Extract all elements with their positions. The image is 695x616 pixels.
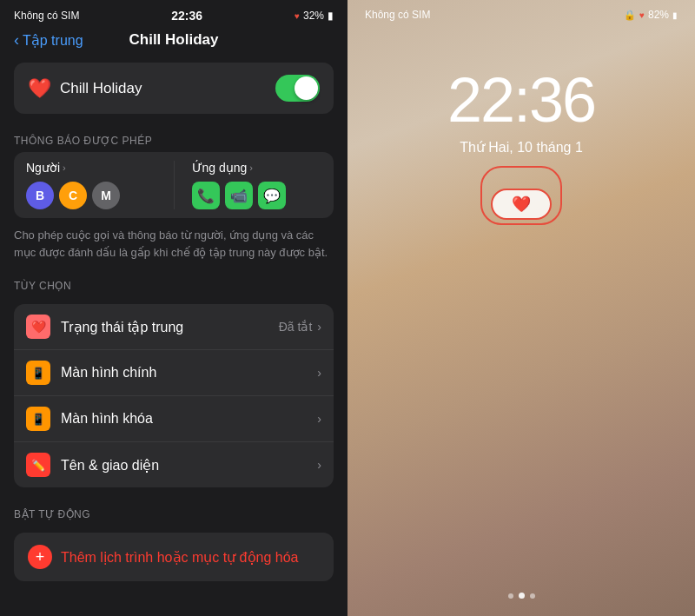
battery-percent-left: 32%: [303, 10, 324, 22]
toggle-knob: [295, 76, 318, 100]
lock-screen-chevron-icon: ›: [317, 412, 321, 426]
avatar-m: M: [92, 182, 120, 209]
option-name-theme[interactable]: ✏️ Tên & giao diện ›: [14, 442, 334, 487]
lock-screen-date: Thứ Hai, 10 tháng 1: [460, 139, 583, 156]
option-focus-status[interactable]: ❤️ Trạng thái tập trung Đã tắt ›: [14, 304, 334, 350]
heart-status-icon: ♥: [295, 11, 300, 21]
auto-section-header: BẬT TỰ ĐỘNG: [0, 494, 348, 526]
apps-chevron-icon: ›: [249, 162, 253, 173]
add-circle-icon: +: [28, 545, 52, 569]
notifications-section-header: THÔNG BÁO ĐƯỢC PHÉP: [0, 121, 348, 152]
focus-status-label: Trạng thái tập trung: [61, 319, 279, 335]
apps-col: Ứng dụng › 📞 📹 💬: [192, 161, 322, 209]
home-screen-label: Màn hình chính: [61, 365, 317, 381]
lock-focus-toggle[interactable]: ❤️: [491, 189, 552, 220]
name-theme-chevron-icon: ›: [317, 458, 321, 472]
content-area: ❤️ Chill Holiday THÔNG BÁO ĐƯỢC PHÉP Ngư…: [0, 56, 348, 616]
back-label: Tập trung: [23, 32, 83, 49]
lock-focus-highlight-wrapper: ❤️: [491, 171, 552, 220]
home-screen-icon: 📱: [26, 361, 50, 385]
battery-icon-left: ▮: [328, 10, 334, 22]
people-chevron-icon: ›: [63, 162, 66, 173]
notification-row: Người › B C M Ứng dụng › 📞 📹: [14, 152, 334, 218]
right-panel: Không có SIM 🔒 ♥ 82% ▮ 22:36 Thứ Hai, 10…: [348, 0, 695, 616]
left-panel: Không có SIM 22:36 ♥ 32% ▮ ‹ Tập trung C…: [0, 0, 348, 616]
dot-1: [508, 593, 513, 599]
home-screen-chevron-icon: ›: [317, 366, 321, 380]
left-status-bar: Không có SIM 22:36 ♥ 32% ▮: [0, 0, 348, 28]
auto-add-button[interactable]: + Thêm lịch trình hoặc mục tự động hóa: [14, 533, 334, 581]
time-left: 22:36: [171, 9, 202, 23]
focus-item-card: ❤️ Chill Holiday: [14, 63, 334, 114]
app-phone-icon: 📞: [192, 182, 220, 209]
back-chevron-icon: ‹: [14, 31, 19, 50]
name-theme-icon: ✏️: [26, 453, 50, 477]
battery-info-left: ♥ 32% ▮: [295, 10, 334, 22]
avatar-b: B: [26, 182, 54, 209]
app-facetime-icon: 📹: [225, 182, 253, 209]
heart-right: ♥: [639, 10, 645, 20]
notif-divider: [174, 161, 175, 209]
lock-screen-time: 22:36: [447, 64, 595, 136]
nav-bar: ‹ Tập trung Chill Holiday: [0, 28, 348, 56]
name-theme-label: Tên & giao diện: [61, 457, 317, 474]
description-text: Cho phép cuộc gọi và thông báo từ người,…: [0, 218, 348, 266]
auto-add-label: Thêm lịch trình hoặc mục tự động hóa: [61, 549, 298, 566]
people-label-text: Người: [26, 161, 60, 175]
options-list: ❤️ Trạng thái tập trung Đã tắt › 📱 Màn h…: [14, 304, 334, 487]
dot-3: [530, 593, 535, 599]
apps-label-text: Ứng dụng: [192, 161, 248, 175]
focus-toggle-switch[interactable]: [275, 75, 320, 102]
option-home-screen[interactable]: 📱 Màn hình chính ›: [14, 350, 334, 396]
dot-2: [519, 593, 525, 599]
focus-status-icon: ❤️: [26, 315, 50, 339]
app-icon-row: 📞 📹 💬: [192, 182, 322, 209]
people-label: Người ›: [26, 161, 156, 175]
avatar-c: C: [59, 182, 87, 209]
right-status-bar: Không có SIM 🔒 ♥ 82% ▮: [348, 0, 695, 21]
focus-status-value: Đã tắt: [279, 320, 313, 334]
lock-screen-icon: 📱: [26, 407, 50, 431]
back-button[interactable]: ‹ Tập trung: [14, 31, 83, 50]
focus-status-chevron-icon: ›: [317, 320, 321, 334]
app-messages-icon: 💬: [258, 182, 286, 209]
lock-toggle-heart-icon: ❤️: [512, 195, 531, 214]
apps-label: Ứng dụng ›: [192, 161, 322, 175]
focus-item-left: ❤️ Chill Holiday: [28, 77, 142, 100]
battery-bar-right: ▮: [672, 10, 678, 20]
avatar-row: B C M: [26, 182, 156, 209]
options-section-header: TÙY CHỌN: [0, 266, 348, 297]
option-lock-screen[interactable]: 📱 Màn hình khóa ›: [14, 396, 334, 442]
page-dots: [508, 593, 535, 599]
battery-right: 82%: [648, 9, 669, 21]
carrier-right: Không có SIM: [365, 9, 430, 21]
carrier-left: Không có SIM: [14, 10, 79, 22]
right-status-right: 🔒 ♥ 82% ▮: [624, 9, 678, 21]
lock-status-icon: 🔒: [624, 10, 636, 21]
lock-screen-label: Màn hình khóa: [61, 411, 317, 427]
focus-heart-icon: ❤️: [28, 77, 51, 100]
nav-title: Chill Holiday: [129, 31, 219, 49]
focus-card-title: Chill Holiday: [60, 80, 142, 97]
lock-screen-background: Không có SIM 🔒 ♥ 82% ▮ 22:36 Thứ Hai, 10…: [348, 0, 695, 616]
people-col: Người › B C M: [26, 161, 156, 209]
